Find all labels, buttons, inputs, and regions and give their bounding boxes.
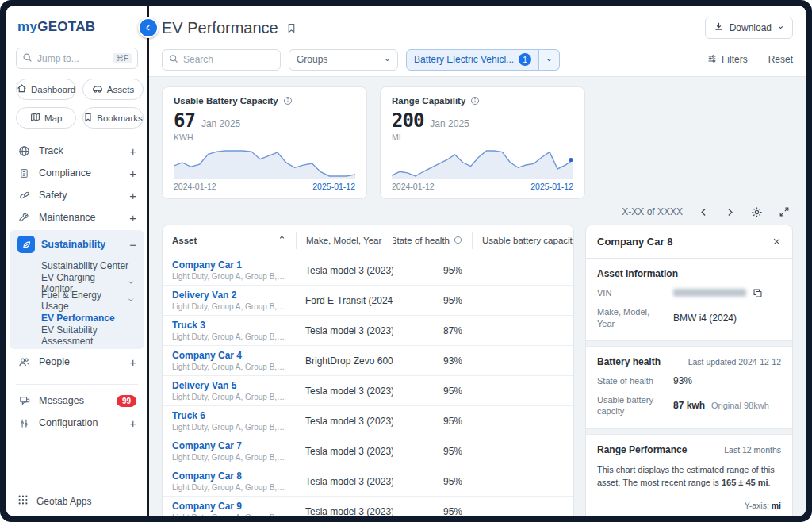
asset-name-link[interactable]: Company Car 1 <box>172 259 286 271</box>
map-button[interactable]: Map <box>16 107 76 129</box>
battery-health-section: Battery health Last updated 2024-12-12 S… <box>586 347 792 428</box>
chevron-down-icon[interactable] <box>377 50 397 70</box>
table-row[interactable]: Delivery Van 5 Light Duty, Group A, Grou… <box>163 376 573 406</box>
table-header: Asset Make, Model, Year State of health … <box>163 225 573 255</box>
bookmark-page-icon[interactable] <box>286 23 297 33</box>
state-of-health-cell: 95% <box>393 416 472 427</box>
column-header-make[interactable]: Make, Model, Year <box>296 232 393 249</box>
search-box[interactable] <box>162 49 281 71</box>
asset-name-link[interactable]: Truck 3 <box>172 320 286 331</box>
table-row[interactable]: Company Car 1 Light Duty, Group A, Group… <box>163 255 573 286</box>
table-row[interactable]: Truck 6 Light Duty, Group A, Group B, Gr… <box>163 406 573 436</box>
sidebar-item-track[interactable]: Track + <box>6 140 147 162</box>
sort-ascending-icon[interactable] <box>278 235 286 245</box>
asset-name-link[interactable]: Company Car 7 <box>172 440 286 451</box>
mygeotab-logo: myGEOTAB <box>17 19 136 35</box>
expand-plus-icon[interactable]: + <box>129 211 136 225</box>
table-row[interactable]: Company Car 9 Light Duty, Group A, Group… <box>163 497 573 516</box>
jump-to-search[interactable]: ⌘F <box>16 48 138 69</box>
close-icon[interactable] <box>772 237 781 246</box>
sidebar-item-people[interactable]: People + <box>6 351 147 373</box>
section-heading: Asset information <box>597 268 781 279</box>
bookmarks-button[interactable]: Bookmarks <box>82 107 144 129</box>
geotab-apps-label: Geotab Apps <box>36 496 91 507</box>
sidebar-item-ev-suitability-assessment[interactable]: EV Suitability Assessment <box>10 327 144 344</box>
search-icon <box>169 52 178 67</box>
asset-name-link[interactable]: Delivery Van 5 <box>172 380 286 391</box>
sidebar: myGEOTAB ⌘F Dashboard Assets Map <box>6 6 147 516</box>
kpi-period: Jan 2025 <box>430 118 469 129</box>
info-icon[interactable] <box>470 96 480 106</box>
asset-name-link[interactable]: Delivery Van 2 <box>172 290 286 301</box>
assets-button[interactable]: Assets <box>82 79 144 100</box>
expand-plus-icon[interactable]: + <box>129 167 136 180</box>
sidebar-nav: Track + Compliance + Safety + Maintenanc… <box>6 140 147 434</box>
messages-badge: 99 <box>117 395 136 407</box>
sidebar-item-maintenance[interactable]: Maintenance + <box>6 206 147 228</box>
expand-plus-icon[interactable]: + <box>129 416 136 430</box>
sidebar-item-sustainability[interactable]: Sustainability − <box>10 232 144 257</box>
sidebar-item-safety[interactable]: Safety + <box>6 184 147 206</box>
table-row[interactable]: Company Car 8 Light Duty, Group A, Group… <box>163 466 573 497</box>
asset-name-link[interactable]: Company Car 9 <box>172 501 286 512</box>
state-of-health-cell: 95% <box>393 446 472 457</box>
clipboard-icon <box>17 168 31 178</box>
chart-end-date[interactable]: 2025-01-12 <box>530 182 573 191</box>
asset-name-link[interactable]: Company Car 8 <box>172 470 286 482</box>
column-header-asset[interactable]: Asset <box>163 232 296 249</box>
section-heading: Range Performance <box>597 444 687 455</box>
copy-icon[interactable] <box>753 288 763 298</box>
safety-label: Safety <box>39 190 121 201</box>
make-model-year-cell: Tesla model 3 (2023) <box>296 265 393 276</box>
filters-button[interactable]: Filters <box>707 54 748 66</box>
previous-page-icon[interactable] <box>699 207 709 217</box>
sidebar-item-fuel-energy-usage[interactable]: Fuel & Energy Usage <box>10 292 144 309</box>
make-model-year-cell: Tesla model 3 (2023) <box>296 476 393 487</box>
quick-buttons: Dashboard Assets Map Bookmarks <box>16 79 138 129</box>
range-capability-sparkline <box>392 146 573 179</box>
groups-select[interactable]: Groups <box>289 49 398 71</box>
collapse-minus-icon[interactable]: − <box>129 238 136 251</box>
sidebar-item-messages[interactable]: Messages 99 <box>6 390 147 412</box>
people-icon <box>17 356 31 368</box>
kpi-period: Jan 2025 <box>201 118 240 129</box>
info-icon[interactable] <box>283 96 293 106</box>
download-button[interactable]: Download <box>705 17 793 39</box>
sidebar-item-configuration[interactable]: Configuration + <box>6 412 147 434</box>
expand-plus-icon[interactable]: + <box>129 144 136 158</box>
dashboard-button[interactable]: Dashboard <box>16 79 76 100</box>
battery-electric-filter-chip[interactable]: Battery Electric Vehicl... 1 <box>406 49 560 71</box>
search-input[interactable] <box>183 54 274 65</box>
sidebar-item-compliance[interactable]: Compliance + <box>6 162 147 184</box>
expand-plus-icon[interactable]: + <box>129 355 136 369</box>
make-model-year-cell: Tesla model 3 (2023) <box>296 416 393 427</box>
reset-button[interactable]: Reset <box>768 54 793 65</box>
info-icon[interactable] <box>454 236 462 244</box>
groups-value: Groups <box>289 54 377 65</box>
column-header-health[interactable]: State of health <box>393 232 472 249</box>
asset-name-link[interactable]: Company Car 4 <box>172 350 286 361</box>
chart-end-date[interactable]: 2025-01-12 <box>312 182 355 191</box>
expand-icon[interactable] <box>779 206 790 217</box>
table-row[interactable]: Truck 3 Light Duty, Group A, Group B, Gr… <box>163 316 573 346</box>
make-model-year-cell: Tesla model 3 (2023) <box>296 325 393 336</box>
table-row[interactable]: Company Car 7 Light Duty, Group A, Group… <box>163 436 573 466</box>
sidebar-collapse-button[interactable] <box>138 17 159 38</box>
table-row[interactable]: Company Car 4 Light Duty, Group A, Group… <box>163 346 573 376</box>
compliance-label: Compliance <box>39 167 121 178</box>
next-page-icon[interactable] <box>725 207 735 217</box>
sustainability-label: Sustainability <box>41 239 123 250</box>
expand-plus-icon[interactable]: + <box>129 189 136 202</box>
jump-to-input[interactable] <box>37 53 108 64</box>
chevron-down-icon[interactable] <box>539 49 560 71</box>
nav-divider <box>16 384 138 385</box>
column-header-capacity[interactable]: Usable battery capacity (kWh <box>472 232 573 249</box>
logo-geotab: GEOTAB <box>37 19 95 34</box>
filter-chip-label: Battery Electric Vehicl... <box>414 54 514 65</box>
geotab-apps-button[interactable]: Geotab Apps <box>6 486 147 516</box>
asset-name-link[interactable]: Truck 6 <box>172 410 286 421</box>
table-row[interactable]: Delivery Van 2 Light Duty, Group A, Grou… <box>163 286 573 316</box>
gear-icon[interactable] <box>751 206 763 218</box>
asset-groups: Light Duty, Group A, Group B, Group C,..… <box>172 302 286 311</box>
asset-information-section: Asset information VIN Make, Model, Year … <box>586 259 792 340</box>
